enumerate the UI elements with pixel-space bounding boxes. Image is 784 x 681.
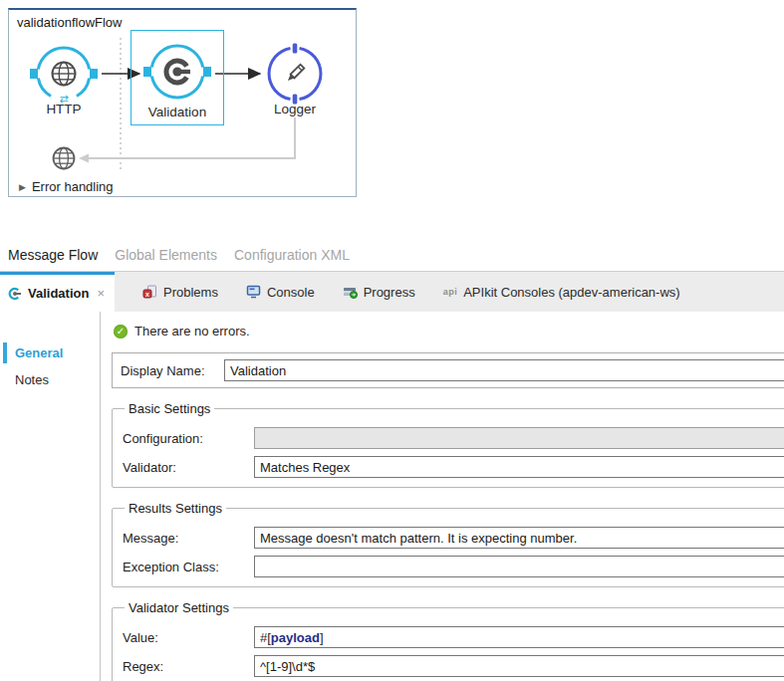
results-settings-legend: Results Settings [125,501,226,516]
progress-icon [343,286,358,299]
tab-configuration-xml[interactable]: Configuration XML [234,247,350,263]
close-icon[interactable]: × [97,286,105,301]
return-arrowhead [79,154,89,163]
validation-icon [8,287,22,301]
logger-processor-icon[interactable] [269,44,321,105]
results-settings-group: Results Settings Message: Exception Clas… [112,501,784,587]
editor-mode-tabs: Message Flow Global Elements Configurati… [0,239,784,271]
message-label: Message: [123,531,254,546]
validation-selection-box[interactable]: Validation [131,30,224,125]
status-message: There are no errors. [134,324,250,339]
flow-title: validationflowFlow [17,15,123,30]
sidebar-item-notes[interactable]: Notes [0,366,100,393]
view-tabbar: Validation × x Problems Console Progress… [0,272,784,312]
display-name-label: Display Name: [121,363,224,378]
tab-message-flow[interactable]: Message Flow [8,247,98,263]
status-row: ✓ There are no errors. [114,324,784,339]
error-handling-section[interactable]: ▶ Error handling [19,179,114,194]
globe-icon [53,63,76,86]
properties-sidebar: General Notes [0,312,101,681]
validator-label: Validator: [123,460,254,475]
validator-settings-legend: Validator Settings [125,600,233,615]
message-input[interactable] [254,527,784,549]
validation-label: Validation [131,105,223,119]
api-icon: api [443,287,458,297]
configuration-label: Configuration: [123,431,254,446]
sidebar-item-general[interactable]: General [0,340,100,366]
validator-settings-group: Validator Settings Value: #[payload] Reg… [112,600,784,681]
error-handling-label: Error handling [32,179,114,194]
tab-validation-properties[interactable]: Validation × [0,272,115,312]
logger-label: Logger [240,102,350,116]
tab-console[interactable]: Console [232,272,329,312]
configuration-input [254,427,784,449]
validator-input[interactable] [254,456,784,478]
exception-class-input[interactable] [254,556,784,577]
value-expression-input[interactable]: #[payload] [254,626,784,648]
svg-text:x: x [145,291,149,298]
exception-class-label: Exception Class: [123,560,254,574]
success-check-icon: ✓ [114,325,128,339]
value-label: Value: [123,630,254,645]
pencil-icon [286,65,304,83]
http-label: HTTP [9,102,119,116]
http-listener-icon[interactable]: ⇄ [30,48,98,105]
regex-label: Regex: [123,659,254,674]
properties-content: ✓ There are no errors. Display Name: Bas… [101,312,784,681]
tab-problems[interactable]: x Problems [129,272,232,312]
display-name-input[interactable] [224,359,784,381]
properties-panel: General Notes ✓ There are no errors. Dis… [0,312,784,681]
anypoint-studio-window: { "flow": { "title": "validationflowFlow… [0,0,784,681]
display-name-group: Display Name: [112,352,784,388]
problems-icon: x [142,285,157,299]
expand-triangle-icon[interactable]: ▶ [19,182,26,192]
tab-global-elements[interactable]: Global Elements [115,247,217,263]
basic-settings-legend: Basic Settings [125,401,214,416]
basic-settings-group: Basic Settings Configuration: Validator: [112,401,784,488]
response-globe-icon[interactable] [54,148,75,169]
flow-container[interactable]: validationflowFlow [8,8,357,197]
tab-progress[interactable]: Progress [329,272,429,312]
flow-canvas: validationflowFlow [0,0,784,239]
regex-input[interactable] [254,655,784,677]
tab-apikit-consoles[interactable]: api APIkit Consoles (apdev-american-ws) [429,272,694,312]
console-icon [246,285,261,299]
